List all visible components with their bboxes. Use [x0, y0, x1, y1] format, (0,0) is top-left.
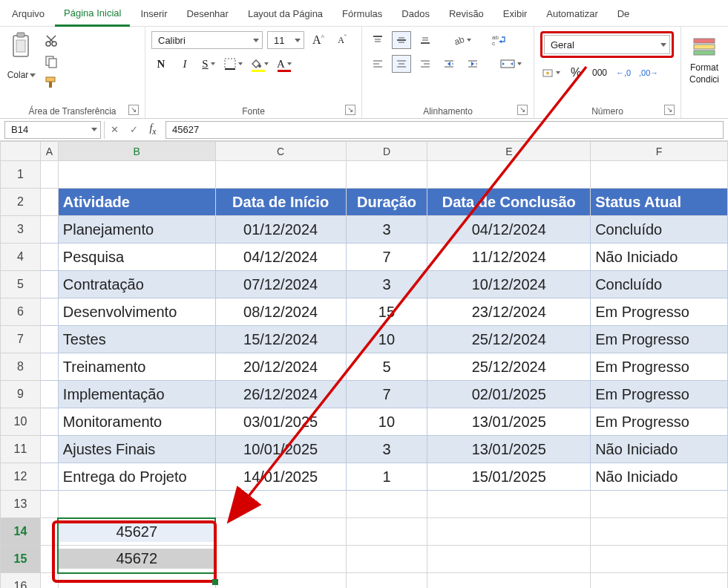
- tab-automatizar[interactable]: Automatizar: [537, 4, 606, 25]
- tab-f-rmulas[interactable]: Fórmulas: [333, 4, 391, 25]
- cell-D16[interactable]: [346, 573, 427, 589]
- cell-A13[interactable]: [40, 491, 58, 518]
- cell-D15[interactable]: [346, 546, 427, 573]
- cell-A4[interactable]: [40, 244, 58, 271]
- cell-D7[interactable]: 10: [346, 326, 427, 353]
- merge-button[interactable]: [499, 55, 523, 73]
- cell-B11[interactable]: Ajustes Finais: [58, 436, 215, 463]
- cell-C8[interactable]: 20/12/2024: [215, 353, 346, 381]
- align-top-button[interactable]: [368, 31, 387, 49]
- row-head-9[interactable]: 9: [1, 381, 41, 408]
- borders-button[interactable]: [223, 55, 244, 73]
- tab-desenhar[interactable]: Desenhar: [178, 4, 237, 25]
- cell-D13[interactable]: [346, 491, 427, 518]
- name-box[interactable]: B14: [4, 121, 101, 139]
- tab-revis-o[interactable]: Revisão: [440, 4, 493, 25]
- cell-D4[interactable]: 7: [346, 244, 427, 271]
- row-head-3[interactable]: 3: [1, 216, 41, 244]
- conditional-formatting-button[interactable]: Format Condici: [689, 31, 719, 88]
- cell-D3[interactable]: 3: [346, 216, 427, 244]
- col-head-C[interactable]: C: [215, 142, 346, 161]
- cell-B1[interactable]: [58, 161, 215, 189]
- cell-B6[interactable]: Desenvolvimento: [58, 298, 215, 326]
- cell-C13[interactable]: [215, 491, 346, 518]
- cell-E8[interactable]: 25/12/2024: [427, 353, 591, 381]
- font-launcher[interactable]: ↘: [345, 105, 355, 115]
- cell-C2[interactable]: Data de Início: [215, 189, 346, 216]
- cell-A2[interactable]: [40, 189, 58, 216]
- row-head-6[interactable]: 6: [1, 298, 41, 326]
- format-painter-button[interactable]: [42, 74, 61, 91]
- cell-E10[interactable]: 13/01/2025: [427, 408, 591, 436]
- cell-C14[interactable]: [215, 518, 346, 546]
- number-launcher[interactable]: ↘: [664, 105, 675, 115]
- cell-E11[interactable]: 13/01/2025: [427, 436, 591, 463]
- cell-C12[interactable]: 14/01/2025: [215, 463, 346, 491]
- font-color-button[interactable]: A: [275, 55, 294, 73]
- cell-D9[interactable]: 7: [346, 381, 427, 408]
- align-bottom-button[interactable]: [416, 31, 435, 49]
- cell-F16[interactable]: [591, 573, 728, 589]
- cell-B2[interactable]: Atividade: [58, 189, 215, 216]
- row-head-2[interactable]: 2: [1, 189, 41, 216]
- cell-F1[interactable]: [591, 161, 728, 189]
- tab-exibir[interactable]: Exibir: [494, 4, 537, 25]
- cell-A15[interactable]: [40, 546, 58, 573]
- cell-C15[interactable]: [215, 546, 346, 573]
- cell-B4[interactable]: Pesquisa: [58, 244, 215, 271]
- tab-dados[interactable]: Dados: [393, 4, 439, 25]
- select-all-corner[interactable]: [1, 142, 41, 161]
- increase-font-button[interactable]: A^: [309, 31, 328, 49]
- cell-D2[interactable]: Duração: [346, 189, 427, 216]
- row-head-5[interactable]: 5: [1, 271, 41, 298]
- cell-E13[interactable]: [427, 491, 591, 518]
- cell-E1[interactable]: [427, 161, 591, 189]
- tab-de[interactable]: De: [609, 4, 639, 25]
- copy-button[interactable]: [42, 53, 61, 70]
- cell-F12[interactable]: Não Iniciado: [591, 463, 728, 491]
- cell-A7[interactable]: [40, 326, 58, 353]
- row-head-15[interactable]: 15: [1, 546, 41, 573]
- cell-F15[interactable]: [591, 546, 728, 573]
- cell-C10[interactable]: 03/01/2025: [215, 408, 346, 436]
- increase-decimal-button[interactable]: ←,0: [614, 64, 633, 82]
- cell-B16[interactable]: [58, 573, 215, 589]
- tab-inserir[interactable]: Inserir: [131, 4, 176, 25]
- fill-color-button[interactable]: [249, 55, 270, 73]
- underline-button[interactable]: S: [199, 55, 218, 73]
- cell-B9[interactable]: Implementação: [58, 381, 215, 408]
- cell-B3[interactable]: Planejamento: [58, 216, 215, 244]
- font-size-combo[interactable]: 11: [267, 31, 304, 49]
- cell-A9[interactable]: [40, 381, 58, 408]
- cell-F7[interactable]: Em Progresso: [591, 326, 728, 353]
- cell-F14[interactable]: [591, 518, 728, 546]
- cell-A8[interactable]: [40, 353, 58, 381]
- cell-F2[interactable]: Status Atual: [591, 189, 728, 216]
- increase-indent-button[interactable]: [463, 55, 482, 73]
- row-head-12[interactable]: 12: [1, 463, 41, 491]
- cell-C3[interactable]: 01/12/2024: [215, 216, 346, 244]
- clipboard-launcher[interactable]: ↘: [128, 105, 139, 115]
- cell-F9[interactable]: Em Progresso: [591, 381, 728, 408]
- cell-C5[interactable]: 07/12/2024: [215, 271, 346, 298]
- enter-formula-button[interactable]: ✓: [124, 121, 143, 139]
- cell-F8[interactable]: Em Progresso: [591, 353, 728, 381]
- cell-C4[interactable]: 04/12/2024: [215, 244, 346, 271]
- cell-E12[interactable]: 15/01/2025: [427, 463, 591, 491]
- cell-E3[interactable]: 04/12/2024: [427, 216, 591, 244]
- cell-A3[interactable]: [40, 216, 58, 244]
- row-head-4[interactable]: 4: [1, 244, 41, 271]
- cell-D5[interactable]: 3: [346, 271, 427, 298]
- cell-E14[interactable]: [427, 518, 591, 546]
- col-head-B[interactable]: B: [58, 142, 215, 161]
- cell-F6[interactable]: Em Progresso: [591, 298, 728, 326]
- cell-B15[interactable]: 45672: [58, 546, 215, 573]
- cell-E2[interactable]: Data de Conclusão: [427, 189, 591, 216]
- cell-A14[interactable]: [40, 518, 58, 546]
- cell-C6[interactable]: 08/12/2024: [215, 298, 346, 326]
- tab-layout-da-p-gina[interactable]: Layout da Página: [239, 4, 332, 25]
- row-head-8[interactable]: 8: [1, 353, 41, 381]
- cell-E6[interactable]: 23/12/2024: [427, 298, 591, 326]
- cancel-formula-button[interactable]: ✕: [105, 121, 124, 139]
- decrease-decimal-button[interactable]: ,00→: [637, 64, 660, 82]
